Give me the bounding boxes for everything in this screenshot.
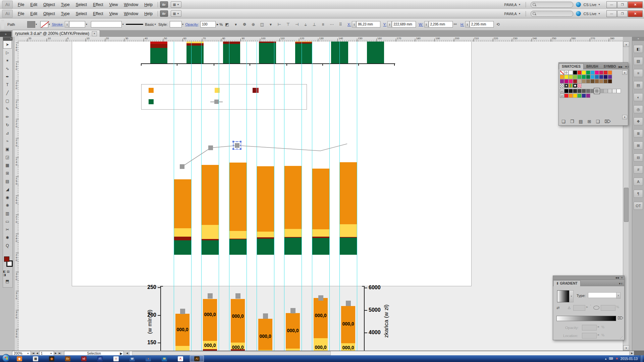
guide-line[interactable] <box>302 42 302 351</box>
pencil-tool[interactable]: ✏ <box>3 113 12 121</box>
swatch-r3[interactable] <box>560 79 564 83</box>
gray-swatch[interactable] <box>599 89 603 93</box>
taskbar-adobe-orange-app[interactable]: Br <box>61 356 74 362</box>
swatch-r1[interactable] <box>586 70 590 75</box>
tab-overflow-button[interactable]: » <box>0 32 11 37</box>
bright-swatch[interactable] <box>577 94 582 98</box>
brush-name[interactable]: Basic <box>145 22 154 26</box>
opacity-field[interactable]: 100 <box>200 21 216 27</box>
tab-gradient[interactable]: ⇕ GRADIENT <box>553 280 581 286</box>
selection-tool[interactable]: ➤ <box>3 41 12 49</box>
fill-dropdown-icon[interactable]: ▼ <box>35 23 38 25</box>
guide-line[interactable] <box>219 42 219 351</box>
swatch-r2[interactable] <box>564 75 569 79</box>
bright-swatch[interactable] <box>582 94 586 98</box>
minimize-button[interactable]: — <box>606 1 617 8</box>
workspace-switcher[interactable]: PAWŁA▼ <box>504 3 521 7</box>
minimize-button[interactable]: — <box>606 10 617 17</box>
color-mode-buttons[interactable]: ◧ ▤ ◨ <box>3 269 12 277</box>
artboards-panel-icon[interactable]: ⊞ <box>634 141 643 149</box>
taskbar-indesign[interactable]: Id <box>77 356 91 362</box>
status-indicator[interactable]: Selection ▶ <box>64 351 124 356</box>
swatch-r1[interactable] <box>582 70 586 75</box>
swatch-r2[interactable] <box>560 75 564 79</box>
graphic-styles-panel-icon[interactable]: ❖ <box>634 117 643 125</box>
shape-builder-tool[interactable]: ◲ <box>3 153 12 161</box>
selection-handle[interactable] <box>240 141 241 142</box>
swatch-r3[interactable] <box>590 79 595 83</box>
swatch-r2[interactable] <box>608 75 612 79</box>
menu-help[interactable]: Help <box>141 1 156 8</box>
brush-dropdown-icon[interactable]: ▼ <box>154 23 156 25</box>
line-marker[interactable] <box>208 145 213 150</box>
control-icon-5[interactable]: ▾ <box>267 21 274 28</box>
menu-window[interactable]: Window <box>121 1 141 8</box>
field-w[interactable]: 2,295 mm <box>429 21 453 27</box>
stroke-weight-label[interactable]: Stroke: <box>52 22 64 26</box>
scale-tool[interactable]: ⊿ <box>3 129 12 137</box>
delete-swatch-icon[interactable]: ⌦ <box>604 119 610 124</box>
opentype-panel-icon[interactable]: OT <box>634 202 643 210</box>
bright-swatch[interactable] <box>586 94 590 98</box>
control-icon-8[interactable]: ⊣ <box>293 21 301 28</box>
swatch-r2[interactable] <box>569 75 573 79</box>
appearance-panel-icon[interactable]: ◎ <box>634 105 643 113</box>
perspective-grid-tool[interactable]: ▦ <box>3 161 12 169</box>
swatch-r3[interactable] <box>595 79 599 83</box>
taskbar-acrobat[interactable]: A <box>174 356 187 362</box>
search-input[interactable] <box>531 11 573 17</box>
swatch-r2[interactable] <box>577 75 582 79</box>
opacity-slider-icon[interactable]: ▶ <box>216 23 219 26</box>
color-panel-icon[interactable]: ◧ <box>634 45 643 53</box>
fill-indicator[interactable] <box>4 256 9 262</box>
taskbar-text-doc-app[interactable]: ≡ <box>109 356 123 362</box>
line-segment-tool[interactable]: ╱ <box>3 89 12 97</box>
guide-line[interactable] <box>312 42 312 351</box>
tools-collapse-button[interactable]: » <box>3 37 12 41</box>
arrange-documents-button[interactable]: ▦▼ <box>171 10 181 17</box>
first-artboard-icon[interactable]: |◀ <box>31 352 35 355</box>
free-transform-tool[interactable]: ▣ <box>3 145 12 153</box>
stroke-weight-dropdown-icon[interactable]: ▼ <box>85 23 88 25</box>
gray-swatch[interactable] <box>586 89 590 93</box>
stroke-weight-field[interactable] <box>69 21 85 27</box>
swatch-r1[interactable] <box>569 70 573 75</box>
swatch-r3[interactable] <box>586 79 590 83</box>
swatches-scroll-down-icon[interactable]: ▼ <box>622 115 627 119</box>
guide-line[interactable] <box>174 42 174 351</box>
opacity-label[interactable]: Opacity: <box>185 22 199 26</box>
magic-wand-tool[interactable]: ✶ <box>3 57 12 65</box>
taskbar-word[interactable]: W <box>125 356 139 362</box>
menu-file[interactable]: File <box>15 1 27 8</box>
eyedropper-tool[interactable]: ◢ <box>3 185 12 193</box>
swatch-r3[interactable] <box>577 79 582 83</box>
gradient-menu-icon[interactable]: ▼≡ <box>618 282 623 285</box>
mesh-tool[interactable]: ⊞ <box>3 169 12 177</box>
cs-live-menu[interactable]: CS Live▼ <box>584 12 600 16</box>
hand-tool[interactable]: ✱ <box>3 234 12 242</box>
swatch-r1[interactable] <box>603 70 608 75</box>
menu-effect[interactable]: Effect <box>90 10 106 17</box>
bright-swatch[interactable] <box>569 94 573 98</box>
horizontal-scrollbar[interactable] <box>129 351 630 356</box>
pattern-swatch[interactable] <box>569 83 573 88</box>
start-button[interactable] <box>2 354 10 362</box>
vertical-scroll-thumb[interactable] <box>624 188 629 222</box>
selection-handle[interactable] <box>232 141 234 142</box>
swatch-kinds-icon[interactable]: ❐ <box>570 119 574 124</box>
guide-line[interactable] <box>191 42 192 351</box>
menu-type[interactable]: Type <box>58 1 73 8</box>
width-profile-field[interactable] <box>91 21 122 27</box>
swatch-r2[interactable] <box>595 75 599 79</box>
character-panel-icon[interactable]: A <box>634 178 643 186</box>
restore-button[interactable]: ❐ <box>617 10 628 17</box>
cs-live-menu[interactable]: CS Live▼ <box>584 3 600 7</box>
panel-grip[interactable] <box>1 20 4 29</box>
gray-swatch[interactable] <box>582 89 586 93</box>
guide-line[interactable] <box>329 42 330 351</box>
control-icon-9[interactable]: ⫝ <box>302 21 309 28</box>
close-button[interactable]: ✕ <box>628 1 643 8</box>
swatch-r3[interactable] <box>603 79 608 83</box>
taskbar-adobe-swirl-app[interactable]: ◉ <box>45 356 58 362</box>
pen-tool[interactable]: ✒ <box>3 73 12 81</box>
